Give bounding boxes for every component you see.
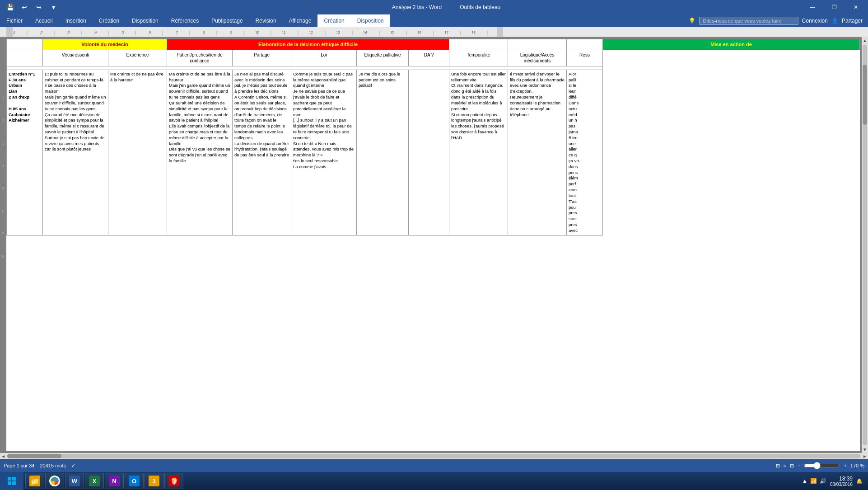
status-bar: Page 1 sur 34 20415 mots ✓ ⊞ ≡ ⊟ − + 170… bbox=[0, 459, 868, 472]
header-volonte: Volonté du médecin bbox=[43, 39, 167, 50]
taskbar-3[interactable]: 3 bbox=[145, 473, 163, 489]
svg-rect-59 bbox=[8, 481, 11, 485]
scroll-track[interactable] bbox=[863, 45, 867, 445]
scroll-down-button[interactable]: ▼ bbox=[862, 446, 868, 453]
save-icon[interactable]: 💾 bbox=[4, 2, 16, 13]
tab-insertion[interactable]: Insertion bbox=[59, 14, 93, 27]
clock-date: 03/03/2016 bbox=[830, 482, 853, 487]
partager-link[interactable]: Partager bbox=[842, 18, 863, 24]
tab-affichage[interactable]: Affichage bbox=[283, 14, 318, 27]
window-controls: — ❐ ✕ bbox=[802, 0, 868, 14]
entretien-f30: F 30 ans bbox=[9, 77, 26, 82]
proofing-icon[interactable]: ✓ bbox=[71, 463, 75, 469]
taskbar-popcorn[interactable]: 🍿 bbox=[164, 473, 183, 489]
zoom-slider[interactable] bbox=[804, 462, 840, 469]
clock-time: 18:39 bbox=[830, 476, 853, 482]
tab-revision[interactable]: Révision bbox=[249, 14, 283, 27]
ribbon-right: 💡 Connexion 👤 Partager bbox=[689, 14, 868, 27]
scroll-right-button[interactable]: ► bbox=[862, 454, 868, 459]
col-header-patient: Patient/proches/lien de confiance bbox=[167, 50, 233, 66]
col-header-vecu: Vécu/ressenti bbox=[43, 50, 108, 66]
word-icon: W bbox=[69, 476, 80, 486]
undo-icon[interactable]: ↩ bbox=[18, 2, 31, 13]
scroll-left-button[interactable]: ◄ bbox=[0, 454, 6, 459]
taskbar-onenote[interactable]: N bbox=[105, 473, 124, 489]
col-header-etiquette: Etiquette palliative bbox=[357, 50, 409, 66]
excel-icon: X bbox=[89, 476, 100, 486]
svg-text:17: 17 bbox=[444, 30, 448, 34]
restore-button[interactable]: ❐ bbox=[824, 0, 845, 14]
header-logistique-empty bbox=[567, 39, 603, 50]
taskbar-chrome[interactable] bbox=[45, 473, 64, 489]
minimize-button[interactable]: — bbox=[802, 0, 823, 14]
scroll-up-button[interactable]: ▲ bbox=[862, 37, 868, 44]
main-table: Volonté du médecin Elaboration de la déc… bbox=[6, 39, 860, 236]
redo-icon[interactable]: ↪ bbox=[33, 2, 45, 13]
table-separator-row bbox=[7, 66, 860, 70]
col-header-logistique: Logistique/Accès médicaments bbox=[508, 50, 567, 66]
horizontal-scrollbar[interactable]: ◄ ► bbox=[0, 453, 868, 459]
loi-cell: Comme je suis toute seul c pas la même r… bbox=[291, 70, 357, 235]
header-da-empty bbox=[449, 39, 508, 50]
tab-creation1[interactable]: Création bbox=[93, 14, 126, 27]
notification-icon[interactable]: 🔔 bbox=[856, 478, 863, 484]
entretien-exp: 2 an d'exp bbox=[9, 94, 29, 99]
svg-text:7: 7 bbox=[176, 30, 178, 34]
patient-cell: Ma crainte ct de ne pas être à la hauteu… bbox=[167, 70, 233, 235]
zoom-in-button[interactable]: + bbox=[844, 463, 846, 468]
up-arrow-icon[interactable]: ▲ bbox=[802, 478, 807, 484]
vertical-scrollbar[interactable]: ▲ ▼ bbox=[862, 37, 868, 453]
web-view-button[interactable]: ≡ bbox=[784, 463, 786, 468]
tab-references[interactable]: Références bbox=[165, 14, 205, 27]
svg-rect-55 bbox=[6, 27, 13, 37]
svg-rect-60 bbox=[12, 481, 16, 485]
connexion-link[interactable]: Connexion bbox=[802, 18, 828, 24]
svg-text:9: 9 bbox=[230, 30, 233, 34]
volume-icon: 🔊 bbox=[820, 478, 826, 484]
h-scroll-track[interactable] bbox=[7, 454, 861, 458]
taskbar: 📁 W X N O 3 🍿 ▲ 📶 🔊 18:39 0 bbox=[0, 472, 868, 490]
taskbar-explorer[interactable]: 📁 bbox=[25, 473, 44, 489]
tab-creation2[interactable]: Création bbox=[317, 14, 350, 27]
close-button[interactable]: ✕ bbox=[845, 0, 866, 14]
taskbar-right: ▲ 📶 🔊 18:39 03/03/2016 🔔 bbox=[802, 476, 868, 487]
h-scroll-thumb[interactable] bbox=[7, 454, 61, 458]
taskbar-outlook[interactable]: O bbox=[125, 473, 144, 489]
tab-accueil[interactable]: Accueil bbox=[29, 14, 59, 27]
svg-text:15: 15 bbox=[390, 30, 394, 34]
customize-icon[interactable]: ▾ bbox=[47, 2, 60, 13]
taskbar-word[interactable]: W bbox=[65, 473, 84, 489]
chrome-icon bbox=[49, 476, 60, 486]
col-header-empty bbox=[7, 50, 43, 66]
zoom-out-button[interactable]: − bbox=[798, 463, 800, 468]
word-count: 20415 mots bbox=[40, 463, 66, 468]
outlook-icon: O bbox=[129, 476, 140, 486]
table-header-row-2: Vécu/ressenti Expérience Patient/proches… bbox=[7, 50, 860, 66]
tab-disposition2[interactable]: Disposition bbox=[351, 14, 390, 27]
search-input[interactable] bbox=[699, 17, 798, 25]
scroll-thumb[interactable] bbox=[863, 65, 867, 125]
onenote-icon: N bbox=[109, 476, 120, 486]
svg-text:1: 1 bbox=[14, 30, 16, 34]
tab-publipostage[interactable]: Publipostage bbox=[205, 14, 249, 27]
print-view-button[interactable]: ⊞ bbox=[776, 463, 780, 469]
separator-cell bbox=[7, 66, 603, 70]
partager-icon: 👤 bbox=[831, 18, 838, 24]
start-button[interactable] bbox=[0, 472, 23, 490]
taskbar-excel[interactable]: X bbox=[85, 473, 104, 489]
tab-disposition1[interactable]: Disposition bbox=[126, 14, 165, 27]
entretien-urbain: Urbain bbox=[9, 83, 22, 88]
entretien-alzheimer: Alzheimer bbox=[9, 118, 29, 122]
svg-text:14: 14 bbox=[363, 30, 367, 34]
col-header-ress: Ress bbox=[567, 50, 603, 66]
header-temporalite-empty bbox=[508, 39, 567, 50]
ruler: 1 2 3 4 5 6 7 8 9 10 11 12 13 14 15 16 1… bbox=[0, 27, 868, 37]
doc-title: Analyse 2 bis - Word bbox=[392, 4, 442, 10]
document-area: - 1 2 3 4 5 6 7 8 Volonté du médecin Ela… bbox=[0, 37, 868, 459]
svg-text:2: 2 bbox=[41, 30, 43, 34]
col-header-experience: Expérience bbox=[108, 50, 167, 66]
clock[interactable]: 18:39 03/03/2016 bbox=[830, 476, 853, 487]
tab-fichier[interactable]: Fichier bbox=[0, 14, 29, 27]
vecu-cell: Et puis toi tu retournes au cabinet et p… bbox=[43, 70, 108, 235]
read-view-button[interactable]: ⊟ bbox=[790, 463, 794, 469]
